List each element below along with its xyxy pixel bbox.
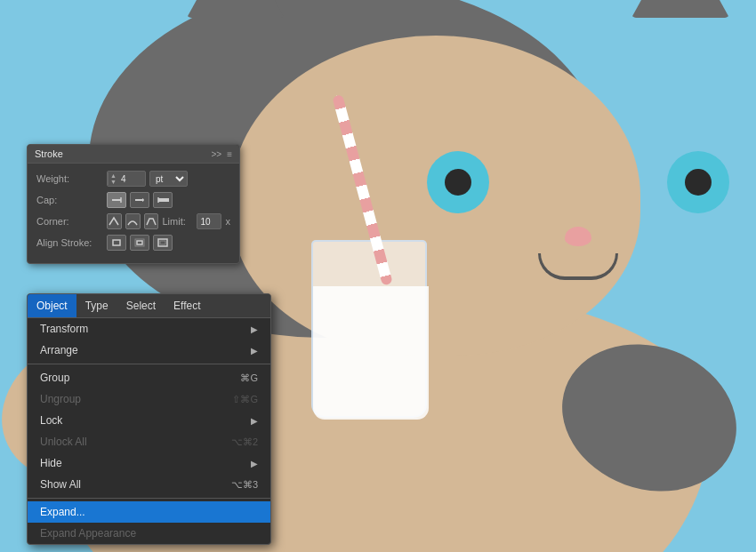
menu-item-transform-label: Transform: [40, 323, 88, 335]
menu-divider-2: [28, 498, 270, 499]
menu-item-group-label: Group: [40, 372, 69, 384]
stroke-corner-row: Corner: Limit: x: [36, 213, 230, 229]
menu-item-ungroup-label: Ungroup: [40, 393, 81, 405]
menu-bar-object[interactable]: Object: [28, 294, 76, 317]
stroke-unit-select[interactable]: pt px mm: [149, 171, 188, 187]
stroke-cap-row: Cap:: [36, 192, 230, 208]
menu-item-transform[interactable]: Transform ▶: [28, 318, 270, 340]
menu-divider-1: [28, 364, 270, 364]
menu-item-unlock-all-label: Unlock All: [40, 436, 87, 448]
menu-item-hide-label: Hide: [40, 457, 62, 469]
menu-item-arrange[interactable]: Arrange ▶: [28, 340, 270, 361]
menu-item-expand-appearance-label: Expand Appearance: [40, 527, 136, 540]
stroke-panel-body: Weight: ▲ ▼ pt px mm Cap:: [28, 164, 239, 263]
svg-rect-5: [113, 240, 120, 245]
stroke-corner-label: Corner:: [36, 216, 103, 227]
show-all-shortcut: ⌥⌘3: [231, 479, 258, 491]
menu-bar-effect[interactable]: Effect: [165, 294, 209, 317]
cat-inner-face: [231, 36, 640, 356]
menu-item-show-all-label: Show All: [40, 478, 81, 491]
limit-x-button[interactable]: x: [225, 216, 230, 227]
stroke-weight-spinners[interactable]: ▲ ▼: [108, 172, 118, 185]
svg-rect-7: [137, 241, 142, 244]
stroke-cap-label: Cap:: [36, 195, 103, 205]
menu-bar: Object Type Select Effect: [28, 294, 270, 318]
arrange-arrow-icon: ▶: [251, 346, 258, 356]
stroke-align-label: Align Stroke:: [36, 237, 103, 248]
stroke-align-row: Align Stroke:: [36, 235, 230, 251]
menu-bar-type[interactable]: Type: [76, 294, 117, 317]
stroke-panel: Stroke >> ≡ Weight: ▲ ▼ pt px mm Cap: [27, 144, 240, 264]
cat-eye-right: [667, 151, 729, 213]
stroke-weight-field[interactable]: [118, 174, 145, 184]
menu-item-hide[interactable]: Hide ▶: [28, 452, 270, 474]
cap-round-icon[interactable]: [130, 192, 149, 208]
stroke-menu-icon[interactable]: ≡: [227, 149, 232, 159]
svg-rect-3: [158, 198, 169, 202]
stroke-weight-row: Weight: ▲ ▼ pt px mm: [36, 171, 230, 187]
hide-arrow-icon: ▶: [251, 459, 258, 468]
glass-milk: [313, 286, 429, 420]
transform-arrow-icon: ▶: [251, 324, 258, 334]
cat-mouth: [538, 253, 618, 280]
cat-nose: [565, 227, 591, 246]
group-shortcut: ⌘G: [240, 372, 258, 384]
corner-bevel-icon[interactable]: [144, 213, 159, 229]
cap-butt-icon[interactable]: [107, 192, 126, 208]
ungroup-shortcut: ⇧⌘G: [232, 394, 258, 405]
menu-item-unlock-all[interactable]: Unlock All ⌥⌘2: [28, 431, 270, 452]
cat-eye-left: [427, 151, 489, 213]
menu-item-show-all[interactable]: Show All ⌥⌘3: [28, 474, 270, 495]
cap-square-icon[interactable]: [153, 192, 173, 208]
menu-item-expand[interactable]: Expand...: [28, 501, 270, 523]
menu-item-arrange-label: Arrange: [40, 344, 78, 356]
object-menu: Object Type Select Effect Transform ▶ Ar…: [27, 293, 271, 545]
align-outside-icon[interactable]: [153, 235, 173, 251]
menu-item-expand-label: Expand...: [40, 506, 85, 518]
weight-down-arrow[interactable]: ▼: [109, 179, 118, 185]
cat-ear-right: [631, 0, 729, 18]
align-inside-icon[interactable]: [130, 235, 149, 251]
stroke-weight-label: Weight:: [36, 173, 103, 184]
menu-bar-select[interactable]: Select: [117, 294, 165, 317]
corner-miter-icon[interactable]: [107, 213, 122, 229]
menu-item-expand-appearance[interactable]: Expand Appearance: [28, 523, 270, 544]
svg-rect-8: [160, 241, 165, 244]
menu-item-lock[interactable]: Lock ▶: [28, 410, 270, 431]
menu-item-ungroup[interactable]: Ungroup ⇧⌘G: [28, 388, 270, 410]
unlock-all-shortcut: ⌥⌘2: [231, 436, 258, 448]
align-center-icon[interactable]: [107, 235, 126, 251]
weight-up-arrow[interactable]: ▲: [109, 172, 118, 179]
svg-rect-0: [112, 199, 121, 201]
stroke-weight-input-group: ▲ ▼: [107, 171, 146, 187]
menu-item-group[interactable]: Group ⌘G: [28, 367, 270, 388]
svg-rect-2: [135, 199, 142, 201]
stroke-limit-label: Limit:: [162, 216, 193, 227]
cat-ear-left: [187, 0, 285, 18]
stroke-panel-header: Stroke >> ≡: [28, 145, 239, 164]
lock-arrow-icon: ▶: [251, 416, 258, 426]
menu-item-lock-label: Lock: [40, 414, 62, 427]
stroke-expand-icon[interactable]: >>: [211, 149, 221, 159]
stroke-limit-field[interactable]: [197, 213, 221, 229]
stroke-panel-icons: >> ≡: [211, 149, 232, 159]
stroke-panel-title: Stroke: [35, 148, 63, 159]
milk-glass: [311, 240, 427, 418]
corner-round-icon[interactable]: [125, 213, 141, 229]
